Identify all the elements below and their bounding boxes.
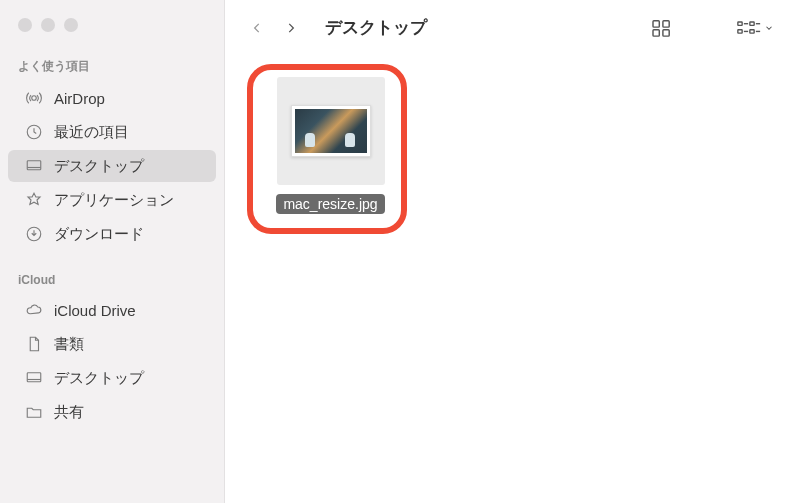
- sidebar-item-label: 最近の項目: [54, 123, 129, 142]
- window-title: デスクトップ: [325, 16, 427, 39]
- view-icon-grid-button[interactable]: [645, 14, 679, 42]
- sidebar-item-airdrop[interactable]: AirDrop: [8, 82, 216, 114]
- airdrop-icon: [24, 88, 44, 108]
- cloud-icon: [24, 300, 44, 320]
- sidebar-item-label: iCloud Drive: [54, 302, 136, 319]
- sidebar-item-label: AirDrop: [54, 90, 105, 107]
- toolbar: デスクトップ: [225, 0, 800, 55]
- sidebar-item-applications[interactable]: アプリケーション: [8, 184, 216, 216]
- clock-icon: [24, 122, 44, 142]
- file-item[interactable]: mac_resize.jpg: [263, 77, 398, 214]
- main-area: デスクトップ: [225, 0, 800, 503]
- sidebar-item-label: 共有: [54, 403, 84, 422]
- sidebar-item-recents[interactable]: 最近の項目: [8, 116, 216, 148]
- file-name-label[interactable]: mac_resize.jpg: [276, 194, 384, 214]
- fullscreen-window-button[interactable]: [64, 18, 78, 32]
- svg-rect-6: [663, 20, 669, 26]
- file-grid[interactable]: mac_resize.jpg: [225, 55, 800, 503]
- sidebar-item-label: ダウンロード: [54, 225, 144, 244]
- sidebar-item-icloud-desktop[interactable]: デスクトップ: [8, 362, 216, 394]
- svg-rect-4: [27, 373, 41, 382]
- svg-rect-2: [27, 161, 41, 170]
- minimize-window-button[interactable]: [41, 18, 55, 32]
- svg-rect-9: [738, 22, 742, 25]
- nav-forward-button[interactable]: [277, 14, 305, 42]
- svg-rect-5: [653, 20, 659, 26]
- chevron-down-icon: [764, 23, 774, 33]
- sidebar-item-label: デスクトップ: [54, 369, 144, 388]
- svg-rect-8: [663, 29, 669, 35]
- sidebar-item-desktop[interactable]: デスクトップ: [8, 150, 216, 182]
- sidebar-item-documents[interactable]: 書類: [8, 328, 216, 360]
- applications-icon: [24, 190, 44, 210]
- document-icon: [24, 334, 44, 354]
- finder-window: よく使う項目 AirDrop 最近の項目 デスクトップ アプリケーション: [0, 0, 800, 503]
- close-window-button[interactable]: [18, 18, 32, 32]
- sidebar-section-favorites: よく使う項目: [0, 52, 224, 81]
- sidebar-item-label: 書類: [54, 335, 84, 354]
- svg-rect-7: [653, 29, 659, 35]
- file-thumbnail: [291, 105, 371, 157]
- svg-rect-13: [738, 29, 742, 32]
- sidebar-section-icloud: iCloud: [0, 267, 224, 293]
- nav-back-button[interactable]: [243, 14, 271, 42]
- svg-rect-11: [750, 22, 754, 25]
- sidebar-item-label: デスクトップ: [54, 157, 144, 176]
- shared-folder-icon: [24, 402, 44, 422]
- download-icon: [24, 224, 44, 244]
- desktop-icon: [24, 368, 44, 388]
- view-group-button[interactable]: [731, 14, 780, 42]
- sidebar-item-icloud-drive[interactable]: iCloud Drive: [8, 294, 216, 326]
- sidebar-item-shared[interactable]: 共有: [8, 396, 216, 428]
- window-controls: [0, 10, 224, 52]
- file-thumbnail-bg: [277, 77, 385, 185]
- svg-rect-15: [750, 29, 754, 32]
- sidebar-item-downloads[interactable]: ダウンロード: [8, 218, 216, 250]
- sidebar-item-label: アプリケーション: [54, 191, 174, 210]
- desktop-icon: [24, 156, 44, 176]
- svg-point-0: [32, 96, 37, 101]
- sidebar: よく使う項目 AirDrop 最近の項目 デスクトップ アプリケーション: [0, 0, 225, 503]
